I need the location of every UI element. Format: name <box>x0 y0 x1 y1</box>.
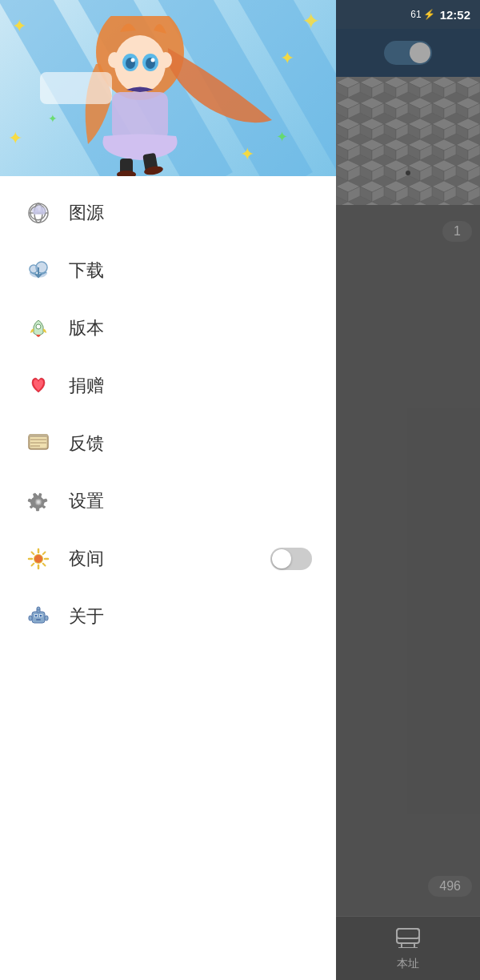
anime-figure <box>24 16 296 176</box>
right-content: 1 <box>336 205 480 868</box>
svg-line-44 <box>43 552 46 555</box>
fankui-label: 反馈 <box>69 432 312 456</box>
svg-point-13 <box>117 171 136 176</box>
switch-toggle[interactable] <box>384 41 432 65</box>
svg-rect-15 <box>40 72 112 104</box>
sparkle-3: ✦ <box>8 128 22 149</box>
tuyuan-label: 图源 <box>69 201 312 225</box>
guanyu-icon <box>24 602 53 631</box>
svg-rect-61 <box>336 77 480 205</box>
svg-point-8 <box>131 58 135 62</box>
menu-item-juanzeng[interactable]: 捐赠 <box>0 357 336 415</box>
banben-label: 版本 <box>69 316 312 340</box>
right-panel: + <box>336 0 480 980</box>
svg-rect-47 <box>32 612 45 623</box>
pattern-thumbnail[interactable] <box>336 77 480 205</box>
menu-item-tuyuan[interactable]: 图源 <box>0 184 336 242</box>
svg-point-46 <box>34 555 42 563</box>
badge-count-1: 1 <box>442 221 472 242</box>
guanyu-label: 关于 <box>69 604 312 629</box>
night-mode-toggle[interactable] <box>270 548 312 570</box>
menu-item-banben[interactable]: 版本 <box>0 299 336 357</box>
juanzeng-icon <box>24 372 53 400</box>
battery-icon: ⚡ <box>423 9 435 20</box>
svg-point-50 <box>35 615 38 617</box>
fankui-icon <box>24 429 53 458</box>
svg-rect-10 <box>112 92 168 140</box>
shezhi-icon <box>24 487 53 516</box>
battery-level: 61 <box>410 9 421 20</box>
svg-point-54 <box>37 607 40 610</box>
yejian-icon <box>24 544 53 573</box>
svg-point-9 <box>151 58 155 62</box>
svg-point-51 <box>40 615 42 617</box>
xiazai-icon <box>24 256 53 285</box>
tuyuan-icon <box>24 199 53 227</box>
bottom-tab-icon <box>395 926 421 954</box>
shezhi-label: 设置 <box>69 489 312 513</box>
svg-rect-64 <box>397 929 419 938</box>
banben-icon <box>24 314 53 343</box>
battery-indicator: 61 ⚡ <box>410 9 434 20</box>
menu-item-xiazai[interactable]: 下载 <box>0 242 336 299</box>
menu-item-shezhi[interactable]: 设置 <box>0 472 336 530</box>
yejian-label: 夜间 <box>69 547 254 571</box>
menu-item-fankui[interactable]: 反馈 <box>0 415 336 472</box>
svg-rect-52 <box>36 619 41 621</box>
svg-point-2 <box>108 52 121 68</box>
svg-rect-56 <box>45 616 48 621</box>
menu-item-guanyu[interactable]: 关于 <box>0 588 336 645</box>
banner: ✦ ✦ ✦ ✦ ✦ ✦ ✦ <box>0 0 336 176</box>
menu-item-yejian[interactable]: 夜间 <box>0 530 336 588</box>
svg-point-3 <box>159 52 172 68</box>
drawer-menu: ✦ ✦ ✦ ✦ ✦ ✦ ✦ <box>0 0 336 980</box>
svg-line-45 <box>32 564 34 566</box>
badge-count-496: 496 <box>428 876 472 897</box>
bottom-tab-bar: 本址 <box>336 916 480 980</box>
switch-area <box>336 29 480 77</box>
svg-rect-55 <box>29 616 32 621</box>
svg-rect-34 <box>29 434 48 437</box>
svg-rect-22 <box>34 211 45 215</box>
svg-line-43 <box>43 564 46 566</box>
svg-point-28 <box>36 324 41 329</box>
svg-line-42 <box>32 552 34 555</box>
xiazai-label: 下载 <box>69 259 312 283</box>
geometric-pattern-svg <box>336 77 480 205</box>
svg-point-36 <box>37 500 40 504</box>
status-bar: 61 ⚡ 12:52 <box>336 0 480 29</box>
svg-point-62 <box>406 171 410 175</box>
juanzeng-label: 捐赠 <box>69 374 312 398</box>
sparkle-5: ✦ <box>302 8 320 34</box>
svg-rect-63 <box>397 929 419 943</box>
status-time: 12:52 <box>440 8 470 22</box>
bottom-tab-label[interactable]: 本址 <box>397 957 419 971</box>
menu-list: 图源 下载 <box>0 176 336 980</box>
